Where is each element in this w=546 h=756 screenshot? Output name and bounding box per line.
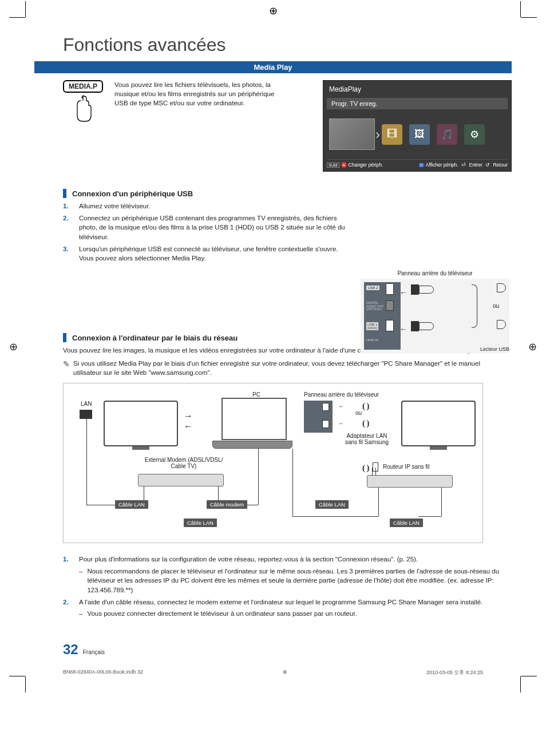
heading-marker	[63, 189, 66, 198]
step-number: 2.	[63, 213, 72, 242]
cable-lan-label: Câble LAN	[115, 500, 148, 509]
mediap-button-label: MEDIA.P	[63, 80, 103, 93]
lan-label: LAN	[81, 401, 92, 407]
note-icon: ✎	[63, 359, 70, 377]
cable-lan-label-3: Câble LAN	[184, 518, 217, 527]
tv-screen-mockup: MediaPlay Progr. TV enreg. 🎞 🖼 🎵 ⚙ SUM A…	[323, 80, 512, 172]
port-label-hdmi: HDMI IN	[366, 338, 378, 342]
network-connection-heading: Connexion à l'ordinateur par le biais du…	[72, 334, 238, 342]
sum-badge: SUM	[327, 163, 339, 168]
dash-bullet: –	[79, 567, 82, 595]
video-icon: 🎞	[382, 124, 402, 145]
modem-icon	[138, 474, 224, 486]
tv-left-icon	[104, 401, 178, 446]
footer-timestamp: 2010-03-05 오후 8:24:25	[426, 669, 483, 676]
net-step-2: A l'aide d'un câble réseau, connectez le…	[79, 597, 503, 607]
net-step-1: Pour plus d'informations sur la configur…	[79, 555, 503, 564]
network-note-text: Si vous utilisez Media Play par le biais…	[73, 359, 483, 377]
usb-step-2: Connectez un périphérique USB contenant …	[79, 213, 348, 242]
page-language: Français	[83, 649, 105, 655]
step-number: 1.	[63, 555, 72, 564]
laptop-icon	[212, 441, 292, 449]
step-number: 3.	[63, 244, 72, 263]
external-modem-label: External Modem (ADSL/VDSL/ Cable TV)	[138, 457, 230, 469]
wireless-router-label: Routeur IP sans fil	[383, 464, 430, 470]
section-heading-bar: Media Play	[34, 61, 512, 73]
page-title: Fonctions avancées	[63, 34, 512, 56]
tv-mediaplay-title: MediaPlay	[327, 84, 508, 94]
return-label: Retour	[493, 162, 508, 168]
cable-lan-label-2: Câble LAN	[315, 500, 349, 509]
tv-mediaplay-subtitle: Progr. TV enreg.	[327, 98, 508, 109]
router-icon	[367, 475, 453, 488]
button-a-badge: A	[341, 162, 347, 168]
mediaplay-description: Vous pouvez lire les fichiers télévisuel…	[114, 80, 286, 108]
heading-marker	[63, 333, 66, 342]
usb-step-1: Allumez votre téléviseur.	[79, 201, 348, 211]
usb-reader-label: Lecteur USB	[480, 346, 509, 352]
page-number: 32	[63, 642, 78, 658]
settings-icon: ⚙	[464, 124, 485, 145]
pc-label: PC	[252, 391, 260, 398]
rear-panel-label: Panneau arrière du téléviseur	[304, 391, 379, 398]
step-number: 1.	[63, 201, 72, 211]
button-d-badge: D	[419, 163, 424, 167]
tv-right-icon	[401, 401, 476, 446]
network-diagram: LAN PC → ← Panneau arrière du téléviseur…	[63, 383, 483, 543]
section-heading-text: Media Play	[254, 63, 292, 72]
hand-press-icon	[72, 94, 94, 122]
photo-icon: 🖼	[409, 124, 430, 145]
port-label-usb2: USB 2	[366, 286, 379, 290]
wall-lan-port-icon	[80, 410, 92, 419]
usb-step-3: Lorsqu'un périphérique USB est connecté …	[79, 244, 348, 263]
rear-panel-title: Panneau arrière du téléviseur	[361, 270, 509, 276]
music-icon: 🎵	[437, 124, 457, 145]
net-step-1a: Nous recommandons de placer le téléviseu…	[87, 567, 511, 595]
remote-button-illustration: MEDIA.P	[63, 80, 103, 122]
port-label-digital-audio: DIGITAL AUDIO OUT (OPTICAL)	[366, 302, 384, 311]
tv-thumbnail-recorded	[329, 118, 375, 150]
change-device-label: Changer périph.	[349, 162, 383, 168]
step-number: 2.	[63, 597, 72, 607]
wifi-adapter-label: Adaptateur LAN sans fil Samsung	[344, 433, 390, 445]
net-step-2a: Vous pouvez connecter directement le tél…	[87, 609, 511, 619]
or-label: ou	[493, 303, 499, 309]
or-label-2: ou	[355, 410, 362, 416]
port-label-usb1: USB 1 (HDD)	[366, 322, 378, 330]
cable-lan-label-4: Câble LAN	[390, 518, 423, 527]
enter-label: Entrer	[469, 162, 482, 168]
footer-filename: BN68-02840A-00L06-Book.indb 32	[63, 669, 143, 676]
dash-bullet: –	[79, 609, 82, 619]
rear-panel-diagram: Panneau arrière du téléviseur USB 2 DIGI…	[361, 270, 509, 353]
show-device-label: Afficher périph.	[426, 162, 458, 168]
usb-connection-heading: Connexion d'un périphérique USB	[72, 189, 193, 198]
cable-modem-label: Câble modem	[207, 500, 247, 509]
